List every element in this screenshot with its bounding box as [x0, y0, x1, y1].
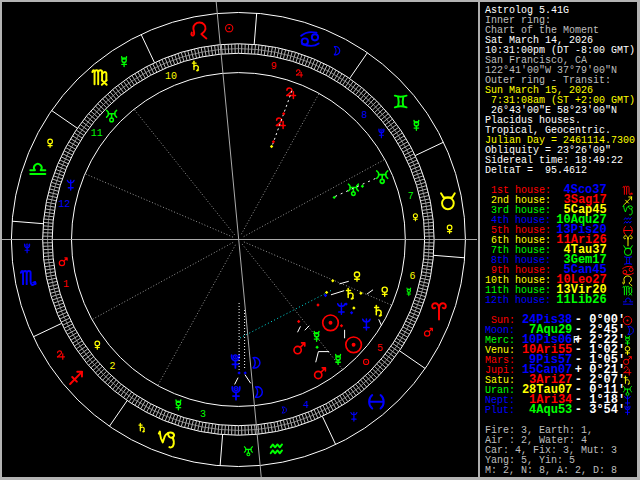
svg-text:2: 2: [109, 361, 115, 372]
svg-text:12: 12: [58, 199, 70, 210]
svg-text:9: 9: [271, 61, 277, 72]
svg-text:3: 3: [200, 409, 206, 420]
svg-text:5: 5: [377, 343, 383, 354]
svg-text:11: 11: [91, 128, 103, 139]
svg-text:7: 7: [408, 191, 414, 202]
svg-text:1: 1: [63, 279, 69, 290]
svg-text:6: 6: [410, 271, 416, 282]
svg-text:8: 8: [361, 110, 367, 121]
svg-text:4: 4: [303, 400, 309, 411]
svg-text:10: 10: [165, 71, 177, 82]
